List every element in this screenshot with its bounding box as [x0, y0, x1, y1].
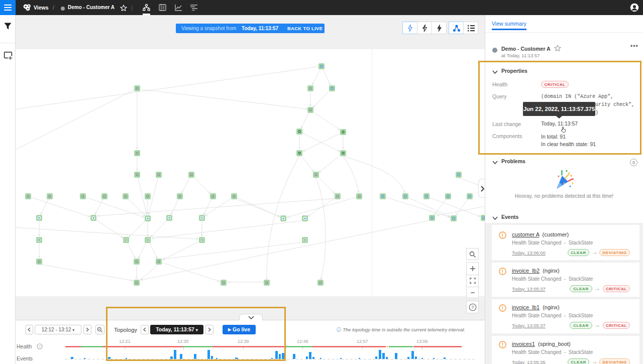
svg-text:?: ? — [472, 305, 474, 310]
